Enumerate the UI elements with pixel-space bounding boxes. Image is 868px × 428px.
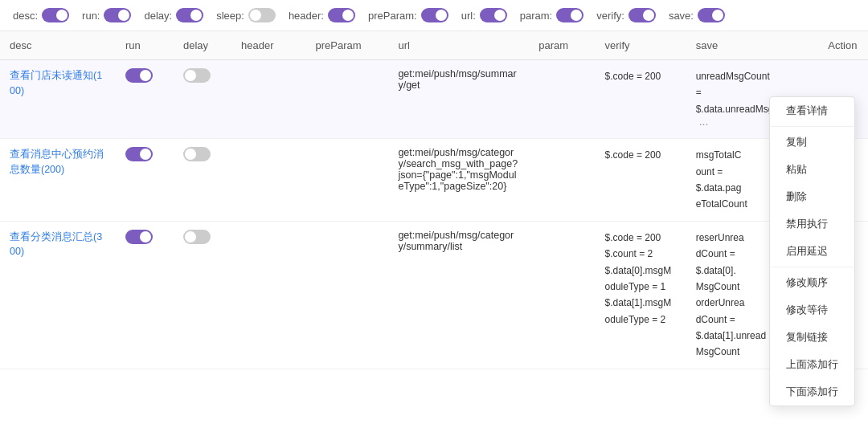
context-divider-divider2 — [770, 267, 854, 267]
context-item-copy[interactable]: 复制 — [770, 128, 854, 156]
toolbar-label-run: run: — [82, 10, 100, 22]
toggle-delay-0[interactable] — [183, 68, 211, 83]
cell-verify-2: $.code = 200 $.count = 2 $.data[0].msgMo… — [596, 221, 686, 369]
toolbar-item-header: header: — [289, 8, 355, 22]
toggle-param[interactable] — [556, 8, 583, 22]
toolbar-label-header: header: — [289, 10, 324, 22]
context-item-modify-order[interactable]: 修改顺序 — [770, 269, 854, 296]
toolbar: desc:run:delay:sleep:header:preParam:url… — [0, 0, 868, 31]
cell-delay-2 — [174, 221, 231, 369]
toggle-run-2[interactable] — [125, 230, 153, 244]
toggle-run-0[interactable] — [125, 68, 153, 83]
toolbar-label-delay: delay: — [144, 10, 172, 22]
cell-desc-2[interactable]: 查看分类消息汇总(300) — [0, 221, 116, 369]
cell-run-0 — [116, 60, 174, 139]
toggle-run-1[interactable] — [125, 147, 153, 161]
toggle-delay-1[interactable] — [183, 147, 211, 161]
verify-text-2: $.code = 200 $.count = 2 $.data[0].msgMo… — [605, 232, 672, 325]
toolbar-label-url: url: — [461, 10, 476, 22]
context-item-delete[interactable]: 删除 — [770, 183, 854, 210]
cell-param-2 — [529, 221, 595, 369]
cell-url-2: get:mei/push/msg/category/summary/list — [388, 221, 529, 369]
toggle-run[interactable] — [104, 8, 131, 22]
toggle-desc[interactable] — [42, 8, 69, 22]
col-header-save: save — [686, 31, 819, 60]
toggle-header[interactable] — [328, 8, 355, 22]
save-text-2: reserUnrea dCount = $.data[0]. MsgCount … — [696, 232, 766, 358]
col-header-run: run — [116, 31, 174, 60]
main-table: desc run delay header preParam url param… — [0, 31, 868, 369]
toolbar-item-run: run: — [82, 8, 131, 22]
col-header-delay: delay — [174, 31, 231, 60]
table-header-row: desc run delay header preParam url param… — [0, 31, 868, 60]
cell-url-1: get:mei/push/msg/category/search_msg_wit… — [388, 139, 529, 222]
toggle-save[interactable] — [698, 8, 725, 22]
cell-delay-1 — [174, 139, 231, 222]
save-text-1: msgTotalC ount = $.data.pag eTotalCount — [696, 149, 747, 210]
context-item-disable-exec[interactable]: 禁用执行 — [770, 210, 854, 238]
table-row: 查看门店未读通知(100)get:mei/push/msg/summary/ge… — [0, 60, 868, 139]
context-item-enable-delay[interactable]: 启用延迟 — [770, 238, 854, 265]
col-header-url: url — [388, 31, 529, 60]
toolbar-item-url: url: — [461, 8, 507, 22]
toolbar-label-sleep: sleep: — [216, 10, 244, 22]
context-item-view-detail[interactable]: 查看详情 — [770, 97, 854, 124]
toolbar-item-preParam: preParam: — [368, 8, 448, 22]
cell-header-2 — [231, 221, 306, 369]
context-item-paste[interactable]: 粘贴 — [770, 156, 854, 183]
col-header-header: header — [231, 31, 306, 60]
cell-desc-0[interactable]: 查看门店未读通知(100) — [0, 60, 116, 139]
toggle-url[interactable] — [480, 8, 507, 22]
toggle-preParam[interactable] — [421, 8, 448, 22]
desc-link-0[interactable]: 查看门店未读通知(100) — [10, 70, 102, 96]
context-item-modify-wait[interactable]: 修改等待 — [770, 296, 854, 324]
table-row: 查看消息中心预约消息数量(200)get:mei/push/msg/catego… — [0, 139, 868, 222]
cell-preparam-0 — [306, 60, 389, 139]
context-menu: 查看详情复制粘贴删除禁用执行启用延迟修改顺序修改等待复制链接上面添加行下面添加行 — [769, 96, 855, 369]
toggle-verify[interactable] — [628, 8, 656, 22]
toolbar-label-desc: desc: — [13, 10, 38, 22]
cell-verify-0: $.code = 200 — [596, 60, 686, 139]
desc-link-2[interactable]: 查看分类消息汇总(300) — [10, 231, 102, 258]
cell-delay-0 — [174, 60, 231, 139]
toolbar-label-preParam: preParam: — [368, 10, 417, 22]
toolbar-item-desc: desc: — [13, 8, 69, 22]
toolbar-label-verify: verify: — [596, 10, 624, 22]
col-header-action: Action — [818, 31, 868, 60]
cell-run-2 — [116, 221, 174, 369]
verify-text-1: $.code = 200 — [605, 149, 661, 161]
context-item-copy-link[interactable]: 复制链接 — [770, 324, 854, 351]
cell-param-0 — [529, 60, 595, 139]
context-item-add-above[interactable]: 上面添加行 — [770, 351, 854, 369]
toolbar-item-delay: delay: — [144, 8, 203, 22]
cell-preparam-1 — [306, 139, 389, 222]
cell-header-1 — [231, 139, 306, 222]
col-header-preparam: preParam — [306, 31, 389, 60]
toolbar-label-param: param: — [520, 10, 552, 22]
cell-param-1 — [529, 139, 595, 222]
toolbar-item-sleep: sleep: — [216, 8, 276, 22]
toggle-delay[interactable] — [176, 8, 203, 22]
cell-url-0: get:mei/push/msg/summary/get — [388, 60, 529, 139]
cell-run-1 — [116, 139, 174, 222]
col-header-verify: verify — [596, 31, 686, 60]
cell-desc-1[interactable]: 查看消息中心预约消息数量(200) — [0, 139, 116, 222]
cell-header-0 — [231, 60, 306, 139]
cell-verify-1: $.code = 200 — [596, 139, 686, 222]
ellipsis-btn-0[interactable]: ··· — [699, 117, 709, 130]
toolbar-item-param: param: — [520, 8, 583, 22]
verify-text-0: $.code = 200 — [605, 71, 661, 82]
cell-preparam-2 — [306, 221, 389, 369]
toggle-sleep[interactable] — [248, 8, 276, 22]
table-wrapper: desc run delay header preParam url param… — [0, 31, 868, 369]
toolbar-item-verify: verify: — [596, 8, 656, 22]
col-header-param: param — [529, 31, 595, 60]
table-row: 查看分类消息汇总(300)get:mei/push/msg/category/s… — [0, 221, 868, 369]
toggle-delay-2[interactable] — [183, 230, 211, 244]
desc-link-1[interactable]: 查看消息中心预约消息数量(200) — [10, 149, 104, 175]
toolbar-item-save: save: — [669, 8, 725, 22]
col-header-desc: desc — [0, 31, 116, 60]
context-divider-divider1 — [770, 126, 854, 127]
toolbar-label-save: save: — [669, 10, 694, 22]
